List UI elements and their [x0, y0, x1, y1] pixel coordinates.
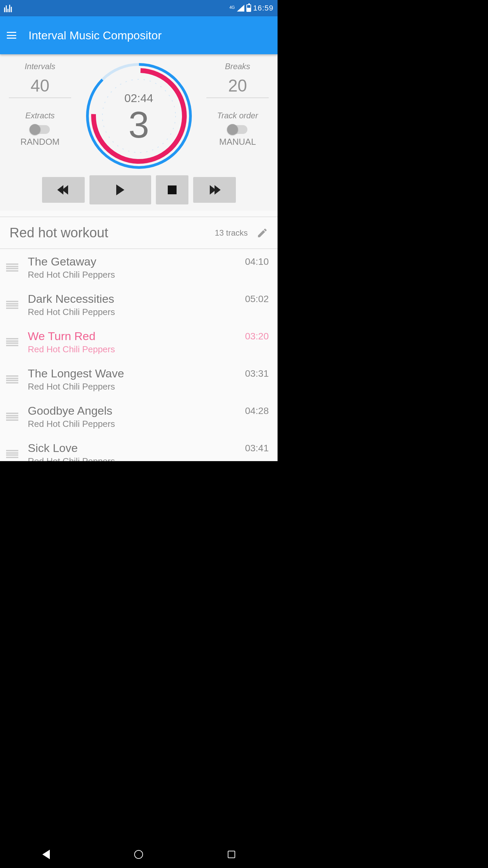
track-title: Goodbye Angels [28, 404, 245, 417]
equalizer-icon [4, 4, 12, 12]
app-title: Interval Music Compositor [28, 29, 162, 42]
progress-dial: 02:44 3 [85, 62, 193, 170]
extracts-mode-label: RANDOM [6, 137, 74, 147]
battery-charging-icon [246, 4, 251, 12]
track-title: We Turn Red [28, 330, 245, 343]
drag-handle-icon[interactable] [6, 301, 18, 309]
drag-handle-icon[interactable] [6, 450, 18, 458]
playlist-header: Red hot workout 13 tracks [0, 217, 278, 249]
track-row[interactable]: Dark NecessitiesRed Hot Chili Peppers05:… [0, 286, 278, 323]
extracts-label: Extracts [6, 111, 74, 120]
track-row[interactable]: The Longest WaveRed Hot Chili Peppers03:… [0, 361, 278, 398]
status-bar: 4G 16:59 [0, 0, 278, 16]
track-artist: Red Hot Chili Peppers [28, 381, 245, 392]
track-duration: 03:20 [245, 330, 269, 342]
track-row[interactable]: The GetawayRed Hot Chili Peppers04:10 [0, 249, 278, 286]
intervals-label: Intervals [6, 62, 74, 71]
track-artist: Red Hot Chili Peppers [28, 419, 245, 429]
track-duration: 03:31 [245, 367, 269, 379]
playback-controls [6, 177, 271, 204]
track-count: 13 tracks [215, 228, 248, 238]
track-title: The Longest Wave [28, 367, 245, 380]
playlist-name: Red hot workout [9, 225, 215, 240]
track-title: The Getaway [28, 255, 245, 268]
track-row[interactable]: Sick LoveRed Hot Chili Peppers03:41 [0, 435, 278, 461]
breaks-input[interactable]: 20 [206, 76, 269, 98]
track-artist: Red Hot Chili Peppers [28, 456, 245, 461]
rewind-button[interactable] [42, 177, 85, 203]
intervals-input[interactable]: 40 [9, 76, 71, 98]
drag-handle-icon[interactable] [6, 375, 18, 383]
track-order-toggle[interactable] [228, 125, 247, 134]
pencil-icon[interactable] [257, 227, 268, 239]
stop-button[interactable] [156, 175, 188, 204]
track-duration: 05:02 [245, 292, 269, 304]
track-duration: 04:28 [245, 404, 269, 416]
drag-handle-icon[interactable] [6, 413, 18, 421]
track-duration: 04:10 [245, 255, 269, 267]
track-title: Dark Necessities [28, 292, 245, 305]
forward-button[interactable] [193, 177, 236, 203]
track-row[interactable]: We Turn RedRed Hot Chili Peppers03:20 [0, 323, 278, 361]
drag-handle-icon[interactable] [6, 263, 18, 272]
track-artist: Red Hot Chili Peppers [28, 344, 245, 355]
extracts-toggle[interactable] [30, 125, 50, 134]
track-order-mode-label: MANUAL [204, 137, 271, 147]
network-4g-label: 4G [229, 4, 235, 10]
track-artist: Red Hot Chili Peppers [28, 307, 245, 317]
status-clock: 16:59 [253, 4, 273, 13]
app-bar: Interval Music Compositor [0, 16, 278, 54]
signal-icon [237, 5, 244, 12]
play-button[interactable] [89, 175, 151, 204]
track-order-label: Track order [204, 111, 271, 120]
track-title: Sick Love [28, 441, 245, 455]
dial-count: 3 [85, 103, 193, 146]
track-artist: Red Hot Chili Peppers [28, 270, 245, 280]
track-list: The GetawayRed Hot Chili Peppers04:10Dar… [0, 249, 278, 461]
track-duration: 03:41 [245, 441, 269, 454]
breaks-label: Breaks [204, 62, 271, 71]
timer-panel: Intervals 40 Extracts RANDOM 02 [0, 54, 278, 211]
menu-icon[interactable] [7, 32, 16, 39]
drag-handle-icon[interactable] [6, 338, 18, 346]
track-row[interactable]: Goodbye AngelsRed Hot Chili Peppers04:28 [0, 398, 278, 435]
